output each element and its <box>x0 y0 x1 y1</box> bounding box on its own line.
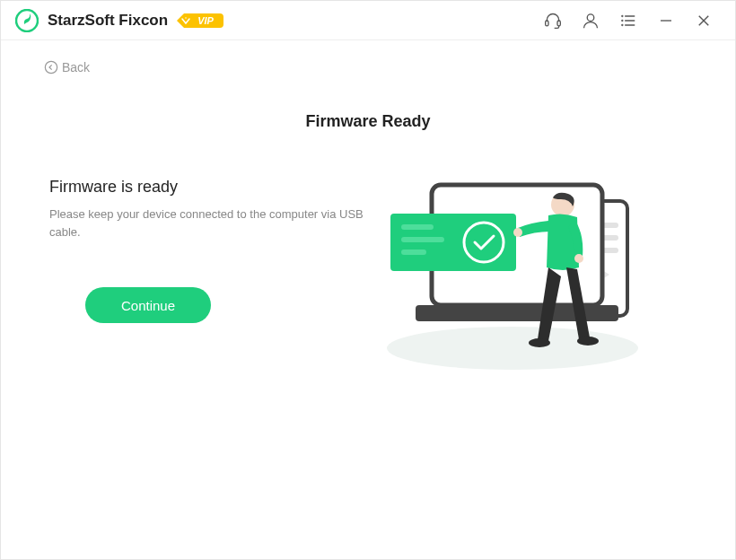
close-icon[interactable] <box>690 7 717 34</box>
account-icon[interactable] <box>577 7 604 34</box>
svg-point-14 <box>45 61 57 73</box>
instruction-text: Please keep your device connected to the… <box>49 206 378 241</box>
sub-heading: Firmware is ready <box>49 178 378 197</box>
vip-badge-icon: VIP <box>177 12 223 30</box>
titlebar: StarzSoft Fixcon VIP <box>1 1 735 40</box>
svg-point-7 <box>622 20 623 21</box>
back-button[interactable]: Back <box>37 40 699 74</box>
svg-point-5 <box>622 15 623 16</box>
content-area: Back Firmware Ready Firmware is ready Pl… <box>1 40 735 559</box>
svg-point-30 <box>529 338 550 347</box>
page-title: Firmware Ready <box>37 112 699 131</box>
svg-point-4 <box>587 13 594 21</box>
svg-point-31 <box>577 337 599 346</box>
svg-rect-23 <box>401 224 434 230</box>
svg-rect-25 <box>401 249 426 255</box>
main-row: Firmware is ready Please keep your devic… <box>37 178 699 375</box>
svg-rect-2 <box>546 21 548 26</box>
svg-text:VIP: VIP <box>197 15 214 26</box>
support-icon[interactable] <box>539 7 566 34</box>
minimize-icon[interactable] <box>653 7 679 34</box>
back-label: Back <box>62 60 90 74</box>
firmware-ready-illustration-icon <box>378 169 665 375</box>
illustration-area <box>378 178 690 375</box>
continue-button[interactable]: Continue <box>85 287 211 323</box>
chevron-left-icon <box>44 60 58 74</box>
left-column: Firmware is ready Please keep your devic… <box>46 178 378 375</box>
svg-point-15 <box>387 327 638 370</box>
svg-rect-24 <box>401 237 444 242</box>
app-logo-icon <box>15 9 39 32</box>
svg-point-29 <box>574 254 583 263</box>
svg-rect-3 <box>557 21 560 26</box>
svg-rect-21 <box>416 305 618 321</box>
svg-point-9 <box>622 24 623 25</box>
svg-point-28 <box>513 228 522 237</box>
app-title: StarzSoft Fixcon <box>48 12 168 30</box>
menu-icon[interactable] <box>615 7 642 34</box>
